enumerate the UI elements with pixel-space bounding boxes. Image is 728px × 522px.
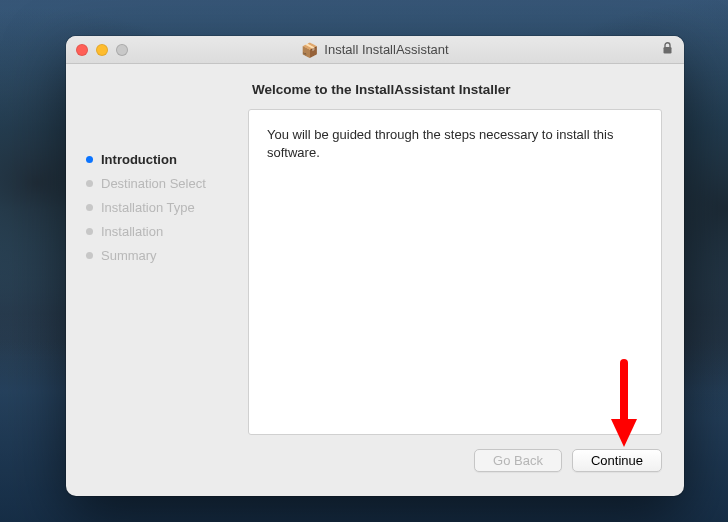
step-bullet-icon xyxy=(86,180,93,187)
page-title: Welcome to the InstallAssistant Installe… xyxy=(252,82,662,97)
step-label: Installation Type xyxy=(101,200,195,215)
button-row: Go Back Continue xyxy=(248,449,662,472)
step-label: Summary xyxy=(101,248,157,263)
window-title-text: Install InstallAssistant xyxy=(324,42,448,57)
step-label: Destination Select xyxy=(101,176,206,191)
svg-rect-0 xyxy=(664,47,672,54)
step-installation-type: Installation Type xyxy=(86,200,230,215)
step-introduction: Introduction xyxy=(86,152,230,167)
step-bullet-icon xyxy=(86,156,93,163)
minimize-button[interactable] xyxy=(96,44,108,56)
step-summary: Summary xyxy=(86,248,230,263)
titlebar-title: 📦 Install InstallAssistant xyxy=(66,42,684,57)
step-destination-select: Destination Select xyxy=(86,176,230,191)
traffic-light-group xyxy=(76,44,128,56)
step-label: Introduction xyxy=(101,152,177,167)
package-icon: 📦 xyxy=(301,43,318,57)
step-bullet-icon xyxy=(86,204,93,211)
installer-window: 📦 Install InstallAssistant Introduction … xyxy=(66,36,684,496)
maximize-button xyxy=(116,44,128,56)
titlebar[interactable]: 📦 Install InstallAssistant xyxy=(66,36,684,64)
content-box: You will be guided through the steps nec… xyxy=(248,109,662,435)
step-bullet-icon xyxy=(86,252,93,259)
lock-icon[interactable] xyxy=(661,41,674,58)
go-back-button: Go Back xyxy=(474,449,562,472)
steps-sidebar: Introduction Destination Select Installa… xyxy=(66,64,242,496)
window-body: Introduction Destination Select Installa… xyxy=(66,64,684,496)
main-panel: Welcome to the InstallAssistant Installe… xyxy=(242,64,684,496)
body-text: You will be guided through the steps nec… xyxy=(267,127,613,160)
step-installation: Installation xyxy=(86,224,230,239)
continue-button[interactable]: Continue xyxy=(572,449,662,472)
step-bullet-icon xyxy=(86,228,93,235)
close-button[interactable] xyxy=(76,44,88,56)
step-label: Installation xyxy=(101,224,163,239)
